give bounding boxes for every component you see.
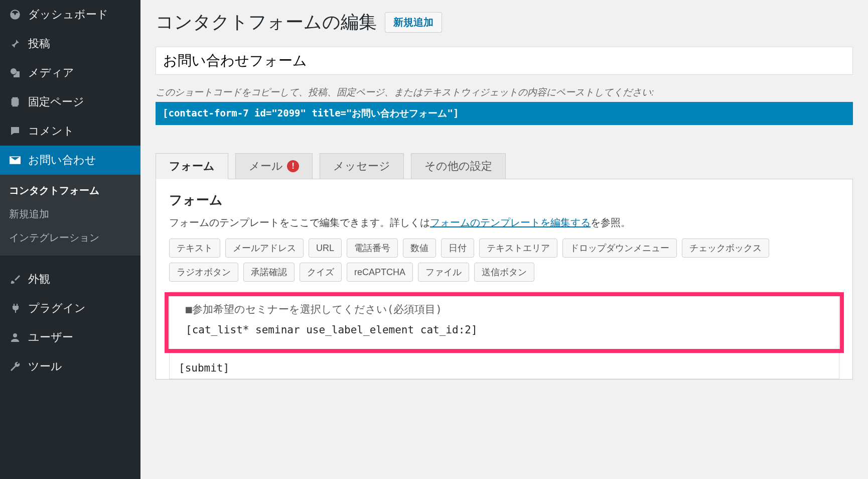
tab-label: フォーム	[169, 159, 215, 174]
tab-label: メッセージ	[333, 159, 390, 174]
tag-button-quiz[interactable]: クイズ	[300, 263, 342, 282]
sidebar-item-users[interactable]: ユーザー	[0, 323, 140, 352]
sidebar-submenu: コンタクトフォーム 新規追加 インテグレーション	[0, 175, 140, 256]
sidebar-item-label: ダッシュボード	[28, 7, 108, 22]
sidebar-item-contact[interactable]: お問い合わせ	[0, 146, 140, 175]
sidebar-item-label: メディア	[28, 65, 74, 80]
tag-button-radio[interactable]: ラジオボタン	[169, 263, 238, 282]
tag-buttons-row: テキスト メールアドレス URL 電話番号 数値 日付 テキストエリア ドロップ…	[169, 238, 839, 282]
form-template-editor[interactable]: ■参加希望のセミナーを選択してください(必須項目) [cat_list* sem…	[169, 292, 839, 379]
sidebar-item-comments[interactable]: コメント	[0, 116, 140, 146]
plugin-icon	[8, 301, 22, 315]
tab-mail[interactable]: メール !	[235, 153, 313, 179]
tag-button-number[interactable]: 数値	[403, 238, 436, 258]
desc-text: を参照。	[591, 217, 631, 228]
sidebar-item-media[interactable]: メディア	[0, 58, 140, 87]
editor-line-submit: [submit]	[170, 358, 839, 379]
pin-icon	[8, 37, 22, 51]
tab-messages[interactable]: メッセージ	[320, 153, 404, 179]
template-docs-link[interactable]: フォームのテンプレートを編集する	[430, 217, 591, 228]
tag-button-dropdown[interactable]: ドロップダウンメニュー	[562, 238, 677, 258]
tag-button-textarea[interactable]: テキストエリア	[479, 238, 557, 258]
tag-button-recaptcha[interactable]: reCAPTCHA	[347, 263, 413, 282]
sidebar-item-label: お問い合わせ	[28, 153, 96, 168]
tab-form[interactable]: フォーム	[156, 153, 228, 179]
panel-description: フォームのテンプレートをここで編集できます。詳しくはフォームのテンプレートを編集…	[169, 216, 839, 229]
sidebar-item-label: ユーザー	[28, 330, 73, 345]
tag-button-text[interactable]: テキスト	[169, 238, 220, 258]
tag-button-submit[interactable]: 送信ボタン	[474, 263, 534, 282]
sidebar-item-label: 投稿	[28, 36, 50, 51]
wrench-icon	[8, 360, 22, 374]
editor-line-label: ■参加希望のセミナーを選択してください(必須項目)	[177, 299, 832, 320]
tab-label: メール	[249, 159, 283, 174]
sidebar-item-label: 固定ページ	[28, 94, 84, 109]
sidebar-item-label: ツール	[28, 359, 62, 374]
sidebar-item-label: コメント	[28, 124, 74, 139]
editor-line-catlist: [cat_list* seminar use_label_element cat…	[177, 320, 832, 340]
sidebar-item-dashboard[interactable]: ダッシュボード	[0, 0, 140, 29]
mail-icon	[8, 153, 22, 167]
page-title: コンタクトフォームの編集	[156, 10, 377, 35]
sidebar-item-pages[interactable]: 固定ページ	[0, 87, 140, 116]
comment-icon	[8, 124, 22, 138]
sidebar-item-label: 外観	[28, 272, 50, 287]
admin-sidebar: ダッシュボード 投稿 メディア 固定ページ コメント	[0, 0, 140, 479]
main-content: コンタクトフォームの編集 新規追加 このショートコードをコピーして、投稿、固定ペ…	[140, 0, 868, 479]
sidebar-separator	[0, 256, 140, 265]
form-panel: フォーム フォームのテンプレートをここで編集できます。詳しくはフォームのテンプレ…	[156, 179, 853, 380]
tab-additional-settings[interactable]: その他の設定	[411, 153, 506, 179]
tabs: フォーム メール ! メッセージ その他の設定	[156, 153, 853, 179]
tag-button-file[interactable]: ファイル	[418, 263, 469, 282]
sidebar-item-plugins[interactable]: プラグイン	[0, 294, 140, 323]
shortcode-note: このショートコードをコピーして、投稿、固定ページ、またはテキストウィジェットの内…	[156, 86, 853, 99]
sidebar-item-label: プラグイン	[28, 301, 86, 316]
tag-button-url[interactable]: URL	[309, 238, 342, 258]
tab-label: その他の設定	[424, 159, 492, 174]
form-title-input[interactable]	[156, 47, 853, 75]
panel-heading: フォーム	[169, 191, 839, 209]
submenu-item-integration[interactable]: インテグレーション	[0, 226, 140, 250]
submenu-item-contact-forms[interactable]: コンタクトフォーム	[0, 179, 140, 202]
editor-blank-line	[170, 353, 839, 358]
user-icon	[8, 330, 22, 344]
page-icon	[8, 95, 22, 109]
tag-button-acceptance[interactable]: 承諾確認	[243, 263, 295, 282]
tag-button-checkbox[interactable]: チェックボックス	[682, 238, 769, 258]
dashboard-icon	[8, 8, 22, 22]
add-new-button[interactable]: 新規追加	[385, 12, 442, 33]
sidebar-item-appearance[interactable]: 外観	[0, 265, 140, 294]
sidebar-item-tools[interactable]: ツール	[0, 352, 140, 381]
alert-icon: !	[287, 160, 299, 172]
shortcode-display[interactable]: [contact-form-7 id="2099" title="お問い合わせフ…	[156, 102, 853, 125]
submenu-item-add-new[interactable]: 新規追加	[0, 202, 140, 226]
sidebar-item-posts[interactable]: 投稿	[0, 29, 140, 58]
tag-button-email[interactable]: メールアドレス	[225, 238, 304, 258]
desc-text: フォームのテンプレートをここで編集できます。詳しくは	[169, 217, 430, 228]
tag-button-date[interactable]: 日付	[441, 238, 474, 258]
highlight-annotation: ■参加希望のセミナーを選択してください(必須項目) [cat_list* sem…	[165, 292, 844, 353]
brush-icon	[8, 272, 22, 286]
tag-button-tel[interactable]: 電話番号	[347, 238, 398, 258]
media-icon	[8, 66, 22, 80]
